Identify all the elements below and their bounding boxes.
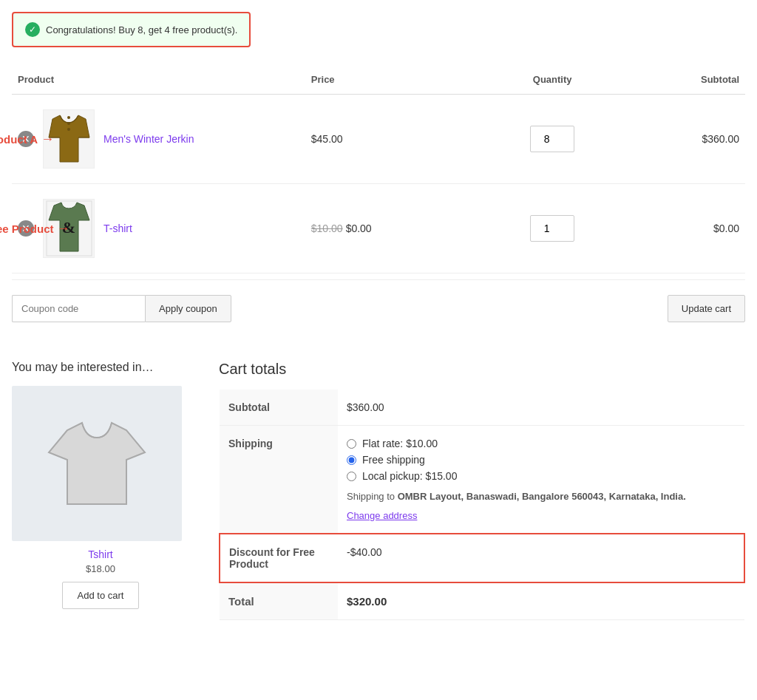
col-header-subtotal: Subtotal [622, 65, 745, 95]
add-to-cart-button[interactable]: Add to cart [62, 582, 140, 609]
cart-totals-section: Cart totals Subtotal $360.00 Shipping [219, 361, 745, 620]
success-banner: ✓ Congratulations! Buy 8, get 4 free pro… [12, 12, 251, 47]
subtotal-label: Subtotal [220, 390, 338, 426]
lower-section: You may be interested in… Tshirt $18.00 … [12, 361, 745, 620]
cart-row-tshirt: ✕ & Free Product [12, 184, 745, 273]
interested-tshirt-image [12, 386, 182, 541]
svg-point-0 [67, 116, 70, 119]
interested-title: You may be interested in… [12, 361, 189, 374]
shipping-label: Shipping [220, 426, 338, 534]
interested-section: You may be interested in… Tshirt $18.00 … [12, 361, 189, 620]
interested-product-card: Tshirt $18.00 Add to cart [12, 386, 189, 609]
shipping-row: Shipping Flat rate: $10.00 Free shipping [220, 426, 744, 534]
subtotal-value: $360.00 [338, 390, 744, 426]
subtotal-row: Subtotal $360.00 [220, 390, 744, 426]
col-header-quantity: Quantity [483, 65, 622, 95]
flat-rate-option[interactable]: Flat rate: $10.00 [347, 438, 736, 449]
discount-label: Discount for Free Product [220, 534, 338, 582]
svg-point-1 [67, 122, 70, 125]
banner-message: Congratulations! Buy 8, get 4 free produ… [46, 24, 237, 35]
svg-point-2 [67, 128, 70, 131]
product-cell-tshirt: ✕ & Free Product [18, 199, 299, 258]
annotation-free-label: Free Product [0, 222, 54, 235]
jerkin-subtotal: $360.00 [622, 95, 745, 184]
change-address-link[interactable]: Change address [347, 510, 736, 521]
cart-row-jerkin: ✕ [12, 95, 745, 184]
jerkin-price: $45.00 [305, 95, 483, 184]
shipping-address: Shipping to OMBR Layout, Banaswadi, Bang… [347, 489, 736, 504]
check-icon: ✓ [25, 22, 40, 37]
coupon-input[interactable] [12, 295, 145, 322]
local-pickup-radio[interactable] [347, 472, 356, 481]
update-cart-button[interactable]: Update cart [668, 295, 745, 322]
tshirt-discounted-price: $0.00 [346, 222, 372, 234]
flat-rate-radio[interactable] [347, 439, 356, 449]
discount-row: Discount for Free Product -$40.00 [220, 534, 744, 582]
shipping-options: Flat rate: $10.00 Free shipping Local pi… [347, 438, 736, 482]
total-row: Total $320.00 [220, 582, 744, 620]
jerkin-qty-input[interactable] [530, 126, 574, 152]
col-header-price: Price [305, 65, 483, 95]
cart-totals-title: Cart totals [219, 361, 745, 378]
tshirt-original-price: $10.00 [311, 222, 343, 234]
tshirt-qty-input[interactable] [530, 215, 574, 242]
cart-table: Product Price Quantity Subtotal ✕ [12, 65, 745, 273]
col-header-product: Product [12, 65, 305, 95]
local-pickup-label: Local pickup: $15.00 [362, 470, 457, 482]
shipping-options-cell: Flat rate: $10.00 Free shipping Local pi… [338, 426, 744, 534]
discount-value: -$40.00 [338, 534, 744, 582]
total-label: Total [220, 582, 338, 620]
product-cell-jerkin: ✕ [18, 109, 299, 169]
coupon-left: Apply coupon [12, 295, 231, 322]
coupon-row: Apply coupon Update cart [12, 279, 745, 337]
free-shipping-radio[interactable] [347, 455, 356, 465]
local-pickup-option[interactable]: Local pickup: $15.00 [347, 470, 736, 482]
free-product-annotation: Free Product → [0, 221, 70, 237]
free-shipping-option[interactable]: Free shipping [347, 454, 736, 466]
product-tshirt-link[interactable]: T-shirt [103, 222, 132, 234]
annotation-product-a-label: Product A [0, 133, 38, 146]
totals-table: Subtotal $360.00 Shipping Flat rate: $10… [219, 390, 745, 620]
flat-rate-label: Flat rate: $10.00 [362, 438, 438, 449]
free-shipping-label: Free shipping [362, 454, 425, 466]
product-jerkin-link[interactable]: Men's Winter Jerkin [103, 133, 194, 145]
tshirt-price: $10.00$0.00 [305, 184, 483, 273]
interested-product-name[interactable]: Tshirt [12, 548, 189, 560]
interested-product-price: $18.00 [12, 563, 189, 574]
annotation-arrow: → [41, 132, 54, 147]
tshirt-subtotal: $0.00 [622, 184, 745, 273]
product-a-annotation: Product A → [0, 132, 54, 147]
annotation-free-arrow: → [57, 221, 70, 237]
apply-coupon-button[interactable]: Apply coupon [145, 295, 231, 322]
total-value: $320.00 [338, 582, 744, 620]
